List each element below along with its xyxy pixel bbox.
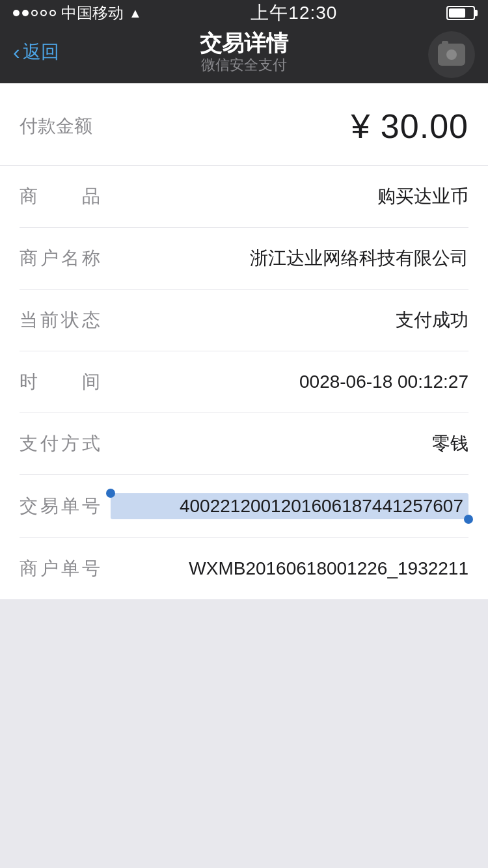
camera-button[interactable]	[428, 31, 475, 78]
detail-section: 商 品购买达业币商户名称浙江达业网络科技有限公司当前状态支付成功时 间0028-…	[0, 166, 488, 599]
detail-label: 商户名称	[20, 246, 111, 271]
amount-number-val: 30.00	[381, 107, 468, 145]
status-bar: 中国移动 ▲ 上午12:30	[0, 0, 488, 26]
detail-row: 时 间0028-06-18 00:12:27	[20, 351, 468, 413]
nav-bar: ‹ 返回 交易详情 微信安全支付	[0, 26, 488, 83]
signal-dot-4	[40, 10, 47, 16]
chevron-left-icon: ‹	[13, 42, 20, 62]
detail-row: 支付方式零钱	[20, 413, 468, 475]
battery-icon	[446, 6, 475, 20]
detail-label: 交易单号	[20, 494, 111, 519]
detail-row: 商 品购买达业币	[20, 166, 468, 228]
wifi-icon: ▲	[129, 6, 142, 21]
content-card: 付款金额 ¥ 30.00 商 品购买达业币商户名称浙江达业网络科技有限公司当前状…	[0, 83, 488, 599]
status-left: 中国移动 ▲	[13, 3, 142, 23]
nav-title-group: 交易详情 微信安全支付	[200, 30, 288, 74]
back-button[interactable]: ‹ 返回	[13, 40, 59, 64]
back-label: 返回	[23, 40, 59, 64]
nav-subtitle: 微信安全支付	[200, 57, 288, 74]
detail-value[interactable]: 4002212001201606187441257607	[111, 493, 468, 519]
carrier-label: 中国移动	[61, 3, 124, 23]
battery-fill	[449, 8, 465, 18]
detail-label: 时 间	[20, 370, 111, 394]
nav-title: 交易详情	[200, 30, 288, 57]
camera-icon	[438, 44, 465, 66]
status-right	[446, 6, 475, 20]
detail-row: 当前状态支付成功	[20, 290, 468, 351]
detail-row: 商户名称浙江达业网络科技有限公司	[20, 228, 468, 290]
amount-value: ¥ 30.00	[351, 107, 468, 146]
detail-value: 零钱	[111, 431, 468, 456]
signal-icon	[13, 10, 56, 16]
amount-label: 付款金额	[20, 114, 92, 139]
currency-symbol: ¥	[351, 107, 370, 145]
signal-dot-3	[31, 10, 38, 16]
detail-value: 0028-06-18 00:12:27	[111, 372, 468, 392]
detail-row: 商户单号WXMB20160618001226_1932211	[20, 538, 468, 599]
detail-value: 购买达业币	[111, 184, 468, 209]
detail-label: 支付方式	[20, 431, 111, 456]
detail-value: 浙江达业网络科技有限公司	[111, 246, 468, 271]
detail-label: 当前状态	[20, 308, 111, 332]
signal-dot-1	[13, 10, 20, 16]
selection-handle-left	[106, 489, 115, 498]
detail-value: WXMB20160618001226_1932211	[111, 558, 468, 579]
amount-row: 付款金额 ¥ 30.00	[0, 83, 488, 166]
background-area	[0, 599, 488, 868]
signal-dot-2	[22, 10, 29, 16]
detail-label: 商户单号	[20, 556, 111, 581]
selection-handle-right	[464, 515, 473, 524]
detail-rows-container: 商 品购买达业币商户名称浙江达业网络科技有限公司当前状态支付成功时 间0028-…	[20, 166, 468, 599]
time-display: 上午12:30	[251, 1, 337, 25]
detail-row[interactable]: 交易单号4002212001201606187441257607	[20, 475, 468, 538]
detail-value: 支付成功	[111, 308, 468, 332]
detail-label: 商 品	[20, 184, 111, 209]
signal-dot-5	[49, 10, 56, 16]
